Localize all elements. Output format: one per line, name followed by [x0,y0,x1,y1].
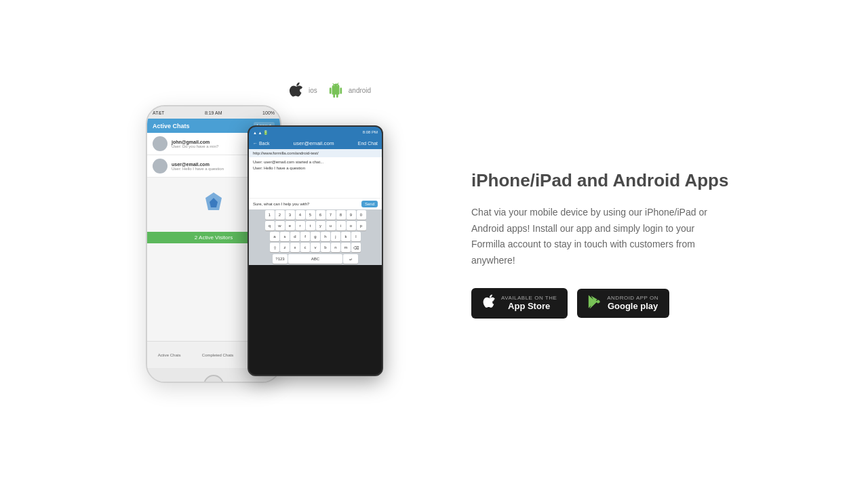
key-6[interactable]: 6 [316,210,326,220]
android-reply-box: Sure, what can I help you with? Send [249,198,382,209]
android-chat-header: ← Back user@email.com End Chat [249,138,382,149]
google-play-button[interactable]: ANDROID APP ON Google play [577,289,669,318]
nav-active-chats[interactable]: Active Chats [158,353,181,357]
iphone-carrier: AT&T [153,110,164,115]
android-send-btn[interactable]: Send [361,201,378,207]
apple-icon [288,81,303,99]
keyboard-row-5: ?123 ABC ↵ [249,253,382,265]
key-0[interactable]: 0 [357,210,366,220]
platform-icons: iOS android [288,81,371,99]
android-label: android [349,87,371,94]
key-1[interactable]: 1 [265,210,275,220]
avatar-2 [153,159,167,174]
google-play-subtitle: ANDROID APP ON [607,295,658,301]
section-description: Chat via your mobile device by using our… [471,205,729,269]
content-section: iPhone/iPad and Android Apps Chat via yo… [471,169,729,319]
key-123[interactable]: ?123 [273,254,288,264]
android-icon-img [328,81,343,99]
iphone-home-button[interactable] [203,375,224,383]
key-4[interactable]: 4 [296,210,305,220]
key-8[interactable]: 8 [336,210,346,220]
app-store-name: App Store [501,301,557,311]
iphone-time: 8:19 AM [205,110,222,115]
key-5[interactable]: 5 [306,210,315,220]
iphone-header-title: Active Chats [153,123,190,129]
android-back-btn[interactable]: ← Back [253,141,270,146]
keyboard-row-4: ⇧zxcvbnm⌫ [249,242,382,253]
formilla-logo [200,191,227,218]
android-status-bar: ▲ ▲ 🔋 8:08 PM [249,127,382,138]
iphone-status-bar: AT&T 8:19 AM 100% [147,106,280,119]
formilla-logo-icon [200,191,227,218]
key-space[interactable]: ABC [288,254,342,264]
avatar-1 [153,136,167,151]
android-reply-text[interactable]: Sure, what can I help you with? [253,202,359,206]
google-play-icon [588,294,601,312]
store-buttons: Available on the App Store ANDROID APP O… [471,288,729,319]
apple-store-icon [482,293,496,313]
app-store-subtitle: Available on the [501,295,557,301]
main-container: iOS android AT&T 8:19 AM 100% Active Cha… [0,0,868,488]
android-time: 8:08 PM [363,130,378,134]
key-enter[interactable]: ↵ [343,254,358,264]
keyboard-row-2: qwertyuiop [249,220,382,231]
android-messages: User: user@email.com started a chat... U… [249,157,382,198]
android-header-email: user@email.com [294,140,334,146]
section-title: iPhone/iPad and Android Apps [471,169,729,192]
android-keyboard: 1 2 3 4 5 6 7 8 9 0 qwertyuiop asdfghjkl [249,209,382,265]
android-mockup: ▲ ▲ 🔋 8:08 PM ← Back user@email.com End … [248,125,383,376]
google-play-name: Google play [607,301,658,311]
android-end-btn[interactable]: End Chat [358,141,378,146]
android-message-2: User: Hello I have a question [253,166,378,170]
key-7[interactable]: 7 [326,210,336,220]
key-2[interactable]: 2 [275,210,285,220]
android-url-bar: http://www.formilla.com/android-test/ [249,149,382,157]
keyboard-row-1: 1 2 3 4 5 6 7 8 9 0 [249,209,382,220]
nav-completed-chats[interactable]: Completed Chats [202,353,233,357]
android-message-1: User: user@email.com started a chat... [253,160,378,164]
ios-label: iOS [309,87,317,94]
key-3[interactable]: 3 [285,210,295,220]
keyboard-row-3: asdfghjkl [249,231,382,242]
app-store-text: Available on the App Store [501,295,557,311]
android-signal: ▲ ▲ 🔋 [253,130,268,135]
phones-section: iOS android AT&T 8:19 AM 100% Active Cha… [139,81,431,407]
key-9[interactable]: 9 [347,210,356,220]
google-play-text: ANDROID APP ON Google play [607,295,658,311]
app-store-button[interactable]: Available on the App Store [471,288,568,319]
iphone-battery: 100% [262,110,275,115]
